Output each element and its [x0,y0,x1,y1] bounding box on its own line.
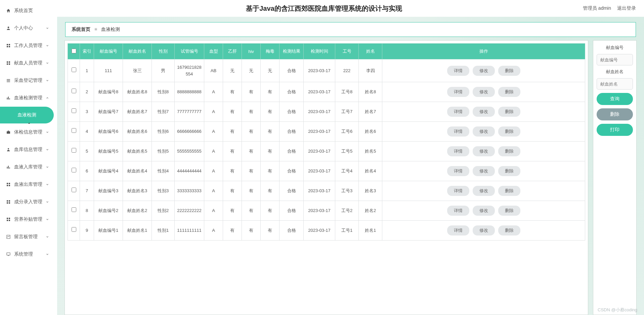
cell: 献血编号5 [94,142,123,161]
nav-item-7[interactable]: 血库信息管理 [0,141,54,158]
bars-icon [6,165,11,169]
edit-button[interactable]: 修改 [473,146,495,156]
cell: 2023-03-17 [304,181,335,201]
svg-rect-16 [8,131,9,132]
select-all-checkbox[interactable] [72,49,76,53]
row-checkbox[interactable] [72,128,76,133]
nav-item-5[interactable]: 血液检测管理 [0,90,54,106]
detail-button[interactable]: 详情 [447,225,469,235]
svg-rect-25 [7,200,8,202]
edit-button[interactable]: 修改 [473,225,495,235]
row-checkbox[interactable] [72,108,76,113]
cell: 献血编号6 [94,122,123,142]
cell: 性别1 [152,221,175,241]
svg-rect-6 [9,61,10,63]
nav-item-2[interactable]: 工作人员管理 [0,37,54,54]
delete-row-button[interactable]: 删除 [498,146,520,156]
filter-input-code[interactable] [597,54,633,65]
detail-button[interactable]: 详情 [447,166,469,176]
nav-item-6[interactable]: 体检信息管理 [0,124,54,141]
cell: 合格 [280,201,304,221]
cell: 工号6 [335,122,359,142]
nav-item-label: 留言板管理 [14,234,38,240]
delete-row-button[interactable]: 删除 [498,225,520,235]
delete-row-button[interactable]: 删除 [498,66,520,76]
delete-button[interactable]: 删除 [597,108,633,120]
nav-item-4[interactable]: 采血登记管理 [0,72,54,89]
grid-icon [6,182,11,187]
row-checkbox[interactable] [72,168,76,172]
row-checkbox[interactable] [72,207,76,212]
cell: 李四 [359,59,382,82]
edit-button[interactable]: 修改 [473,107,495,117]
detail-button[interactable]: 详情 [447,87,469,97]
nav-item-3[interactable]: 献血人员管理 [0,55,54,71]
detail-button[interactable]: 详情 [447,206,469,216]
chevron-down-icon [46,183,49,186]
breadcrumb-home[interactable]: 系统首页 [72,27,90,32]
edit-button[interactable]: 修改 [473,66,495,76]
delete-row-button[interactable]: 删除 [498,107,520,117]
cell: 姓名2 [359,201,382,221]
cell: 姓名8 [359,82,382,102]
edit-button[interactable]: 修改 [473,206,495,216]
nav-item-1[interactable]: 个人中心 [0,20,54,37]
detail-button[interactable]: 详情 [447,126,469,137]
table-row: 2献血编号8献血姓名8性别88888888888A有有有合格2023-03-17… [68,82,585,102]
row-checkbox[interactable] [72,227,76,232]
detail-button[interactable]: 详情 [447,107,469,117]
chevron-down-icon [46,79,49,82]
chevron-up-icon [46,96,49,100]
edit-button[interactable]: 修改 [473,166,495,176]
cell: 详情修改删除 [382,221,585,241]
cell: 有 [261,142,280,161]
filter-panel: 献血编号 献血姓名 查询 删除 打印 [593,40,637,315]
nav-item-8[interactable]: 血液入库管理 [0,159,54,175]
detail-button[interactable]: 详情 [447,66,469,76]
nav-item-10[interactable]: 成分录入管理 [0,194,54,210]
row-checkbox[interactable] [72,89,76,93]
delete-row-button[interactable]: 删除 [498,166,520,176]
cell: 有 [242,142,261,161]
user-label[interactable]: 管理员 admin [583,5,611,11]
delete-row-button[interactable]: 删除 [498,87,520,97]
svg-rect-27 [7,202,8,204]
row-checkbox[interactable] [72,148,76,153]
edit-button[interactable]: 修改 [473,87,495,97]
nav-item-9[interactable]: 血液出库管理 [0,176,54,193]
print-button[interactable]: 打印 [597,124,633,136]
col-header: 操作 [382,44,585,59]
search-button[interactable]: 查询 [597,93,633,105]
detail-button[interactable]: 详情 [447,146,469,156]
cell: 详情修改删除 [382,142,585,161]
delete-row-button[interactable]: 删除 [498,126,520,137]
cell [68,102,80,122]
detail-button[interactable]: 详情 [447,186,469,196]
delete-row-button[interactable]: 删除 [498,186,520,196]
nav-item-12[interactable]: 留言板管理 [0,228,54,245]
cell: 有 [261,201,280,221]
filter-input-name[interactable] [597,78,633,90]
cell: 5 [80,142,94,161]
row-checkbox[interactable] [72,188,76,192]
home-icon [6,8,11,13]
nav-sub-blood-test[interactable]: 血液检测↖ [0,107,54,123]
cell: 222 [335,59,359,82]
cell: 有 [223,221,242,241]
delete-row-button[interactable]: 删除 [498,206,520,216]
svg-rect-28 [9,202,10,204]
monitor-icon [6,252,11,257]
nav-item-13[interactable]: 系统管理 [0,246,54,263]
chevron-down-icon [46,27,49,30]
chevron-down-icon [46,165,49,169]
chevron-down-icon [46,235,49,239]
row-checkbox[interactable] [72,67,76,72]
svg-rect-13 [8,97,9,100]
nav-item-11[interactable]: 营养补贴管理 [0,211,54,228]
edit-button[interactable]: 修改 [473,126,495,137]
nav-item-0[interactable]: 系统首页 [0,2,54,19]
svg-rect-14 [9,98,10,100]
logout-link[interactable]: 退出登录 [617,5,636,11]
col-header: 性别 [152,44,175,59]
edit-button[interactable]: 修改 [473,186,495,196]
